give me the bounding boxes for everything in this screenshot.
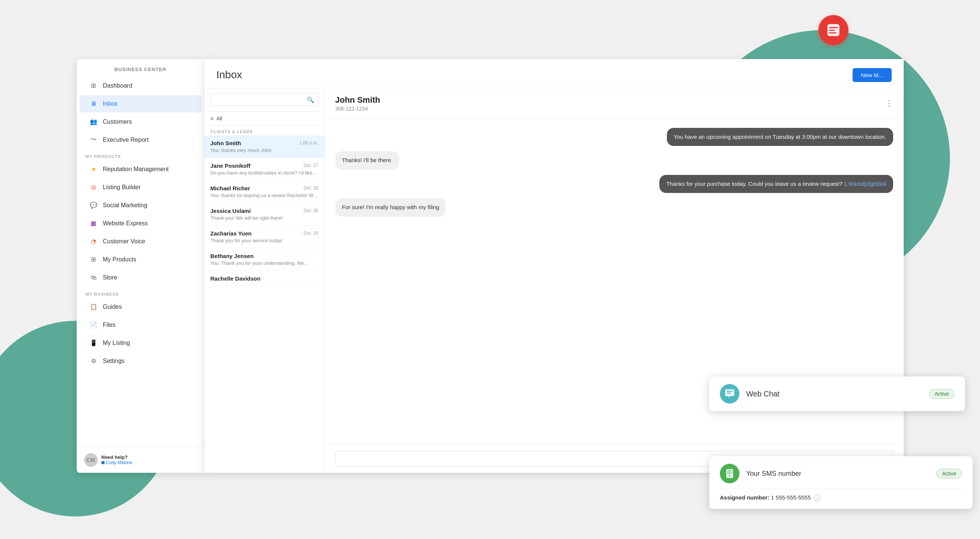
- conv-preview: Thank you! We will be right there!: [210, 215, 318, 221]
- sidebar-item-customer-voice[interactable]: ◔ Customer Voice: [80, 233, 202, 250]
- filter-icon: ≡: [210, 115, 213, 121]
- svg-rect-5: [727, 391, 733, 392]
- conv-preview: You: Thank you for your understanding. W…: [210, 260, 318, 266]
- notification-fab[interactable]: [818, 15, 848, 45]
- search-bar: 🔍: [205, 88, 325, 112]
- conv-name: Michael Richer: [210, 185, 250, 191]
- web-chat-label: Web Chat: [746, 390, 922, 398]
- conv-name: Jane Posnikoff: [210, 163, 251, 169]
- conv-name: Zacharias Yuen: [210, 230, 252, 237]
- main-container: Business Center ⊞ Dashboard 🖥 Inbox 👥 Cu…: [77, 44, 904, 495]
- my-products-label: MY PRODUCTS: [77, 149, 205, 160]
- search-input[interactable]: [215, 97, 307, 103]
- sidebar-item-customers[interactable]: 👥 Customers: [80, 113, 202, 131]
- inbox-title: Inbox: [216, 69, 242, 81]
- sidebar-item-label: Listing Builder: [103, 184, 141, 191]
- content-area: 🔍 ≡ All CLIENTS & LEADS John Smith 1:06 …: [205, 88, 904, 473]
- conv-time: Oct. 26: [304, 208, 318, 213]
- sidebar-item-listing-builder[interactable]: ◎ Listing Builder: [80, 179, 202, 196]
- website-express-icon: ▦: [89, 218, 99, 228]
- listing-builder-icon: ◎: [89, 182, 99, 192]
- sidebar-item-label: Settings: [103, 358, 125, 365]
- sms-assigned-number: Assigned number: 1 555-555-5555 i: [720, 494, 962, 501]
- message-4: For sure! I'm really happy with my filin…: [335, 198, 446, 217]
- svg-rect-9: [728, 470, 732, 471]
- sidebar-item-website-express[interactable]: ▦ Website Express: [80, 215, 202, 232]
- svg-rect-2: [829, 30, 835, 31]
- sidebar-item-store[interactable]: 🛍 Store: [80, 269, 202, 286]
- chat-header: John Smith 306-123-1234 ⋮: [325, 88, 904, 119]
- sidebar-item-settings[interactable]: ⚙ Settings: [80, 352, 202, 370]
- sms-assigned-label: Assigned number:: [720, 494, 770, 501]
- sidebar-item-dashboard[interactable]: ⊞ Dashboard: [80, 77, 202, 94]
- sms-status-badge: Active: [936, 469, 962, 478]
- conv-name: Jessica Uslami: [210, 207, 251, 214]
- sidebar-item-my-listing[interactable]: 📱 My Listing: [80, 334, 202, 352]
- chat-contact-info: John Smith 306-123-1234: [335, 95, 380, 112]
- filter-bar[interactable]: ≡ All: [205, 112, 325, 126]
- customers-icon: 👥: [89, 117, 99, 127]
- conv-item-jessica-uslami[interactable]: Jessica Uslami Oct. 26 Thank you! We wil…: [205, 203, 325, 226]
- sidebar-item-label: Social Marketing: [103, 202, 147, 209]
- sidebar-header: Business Center: [77, 59, 205, 77]
- conv-name: Bethany Jensen: [210, 253, 254, 259]
- conv-item-bethany-jensen[interactable]: Bethany Jensen You: Thank you for your u…: [205, 248, 325, 271]
- files-icon: 📄: [89, 320, 99, 330]
- new-message-button[interactable]: New M...: [853, 68, 891, 82]
- customer-voice-icon: ◔: [89, 237, 99, 246]
- sidebar-item-executive-report[interactable]: 〜 Executive Report: [80, 131, 202, 148]
- info-icon[interactable]: i: [814, 494, 821, 501]
- footer-info: Need help? Cody Malone: [102, 454, 133, 465]
- web-chat-status-badge: Active: [929, 389, 955, 399]
- sidebar-item-inbox[interactable]: 🖥 Inbox: [80, 95, 202, 112]
- sidebar-item-my-products[interactable]: ⊞ My Products: [80, 251, 202, 268]
- sidebar-item-reputation[interactable]: ★ Reputation Management: [80, 161, 202, 178]
- sidebar-item-social-marketing[interactable]: 💬 Social Marketing: [80, 197, 202, 214]
- sidebar-item-label: Reputation Management: [103, 166, 169, 173]
- conv-item-michael-richer[interactable]: Michael Richer Oct. 26 You: thanks for l…: [205, 180, 325, 203]
- search-input-wrapper: 🔍: [210, 94, 318, 106]
- conv-preview: You: thanks for leaving us a review Rach…: [210, 193, 318, 198]
- chat-contact-phone: 306-123-1234: [335, 106, 380, 112]
- my-products-icon: ⊞: [89, 255, 99, 265]
- svg-rect-10: [727, 472, 732, 472]
- chat-more-icon[interactable]: ⋮: [885, 99, 893, 108]
- svg-rect-1: [829, 27, 838, 28]
- sidebar-item-label: My Listing: [103, 340, 130, 346]
- conv-time: 1:06 p.m.: [299, 140, 318, 145]
- sidebar-item-files[interactable]: 📄 Files: [80, 316, 202, 333]
- sidebar-footer: CM Need help? Cody Malone: [77, 447, 205, 473]
- social-marketing-icon: 💬: [89, 201, 99, 210]
- avatar: CM: [84, 453, 98, 467]
- sidebar: Business Center ⊞ Dashboard 🖥 Inbox 👥 Cu…: [77, 59, 205, 473]
- chat-contact-name: John Smith: [335, 95, 380, 105]
- sms-divider: [720, 489, 962, 489]
- sidebar-item-guides[interactable]: 📋 Guides: [80, 298, 202, 316]
- sms-icon: [720, 464, 740, 483]
- settings-icon: ⚙: [89, 356, 99, 366]
- chat-area: John Smith 306-123-1234 ⋮ You have an up…: [325, 88, 904, 473]
- conv-item-jane-posnikoff[interactable]: Jane Posnikoff Oct. 27 Do you have any t…: [205, 158, 325, 180]
- conv-item-zacharias-yuen[interactable]: Zacharias Yuen Oct. 24 Thank you for you…: [205, 226, 325, 248]
- conv-item-john-smith[interactable]: John Smith 1:06 p.m. You: thanks very mu…: [205, 136, 325, 158]
- sidebar-item-label: Files: [103, 322, 116, 329]
- conv-time: Oct. 27: [304, 163, 318, 168]
- sms-label: Your SMS number: [746, 470, 930, 478]
- conv-preview: You: thanks very much John: [210, 147, 318, 153]
- sidebar-item-label: Inbox: [103, 100, 118, 107]
- search-icon: 🔍: [307, 96, 314, 104]
- clients-leads-label: CLIENTS & LEADS: [205, 126, 325, 136]
- footer-user-name[interactable]: Cody Malone: [102, 460, 133, 465]
- sidebar-item-label: Customer Voice: [103, 238, 145, 245]
- inbox-icon: 🖥: [89, 99, 99, 109]
- sidebar-item-label: Dashboard: [103, 82, 132, 89]
- conv-name: Rachelle Davidson: [210, 275, 261, 282]
- guides-icon: 📋: [89, 302, 99, 312]
- name-dot: [102, 461, 105, 464]
- conv-item-rachelle-davidson[interactable]: Rachelle Davidson: [205, 271, 325, 287]
- svg-point-12: [729, 475, 730, 477]
- conversation-list: 🔍 ≡ All CLIENTS & LEADS John Smith 1:06 …: [205, 88, 325, 473]
- svg-rect-6: [727, 393, 731, 394]
- sidebar-item-label: My Products: [103, 256, 137, 263]
- review-link[interactable]: 1.link/sdj2lghl3isl: [844, 180, 886, 187]
